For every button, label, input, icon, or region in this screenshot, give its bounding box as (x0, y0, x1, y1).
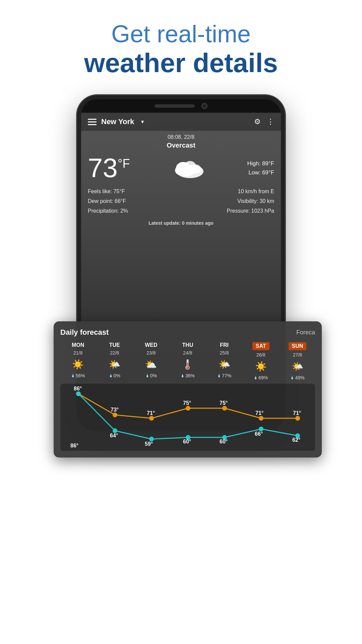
speaker (155, 104, 195, 108)
svg-point-12 (295, 416, 300, 421)
day-precip-wed: 🌢0% (145, 373, 157, 378)
page-header: Get real-time weather details (84, 20, 278, 78)
day-col-wed: WED 23/8 ⛅ 🌢0% (133, 342, 169, 380)
day-col-fri: FRI 25/8 🌤️ 🌢77% (207, 342, 242, 380)
day-name-thu: THU (182, 342, 193, 348)
temp-value: 73 (88, 153, 118, 183)
svg-text:66°: 66° (255, 431, 263, 437)
day-col-sat: SAT 26/8 ☀️ 🌢69% (243, 342, 279, 380)
svg-text:62°: 62° (292, 437, 300, 443)
day-col-mon: MON 21/8 ☀️ 🌢56% (60, 342, 96, 380)
day-date-wed: 23/8 (146, 350, 156, 356)
weather-row: 73°F High: 89°F Lo (88, 155, 274, 181)
day-icon-tue: 🌤️ (109, 358, 120, 371)
app-topbar: New York ▼ ⚙ ⋮ (81, 113, 281, 131)
day-icon-sun: 🌤️ (292, 360, 303, 373)
visibility: Visibility: 30 km (227, 197, 274, 206)
day-precip-sun: 🌢49% (290, 375, 304, 380)
svg-text:73°: 73° (111, 407, 119, 413)
day-name-sat: SAT (252, 342, 269, 350)
svg-text:60°: 60° (183, 439, 191, 444)
phone-notch (81, 99, 281, 113)
svg-text:60°: 60° (220, 439, 228, 444)
svg-text:86°: 86° (74, 386, 82, 391)
day-icon-fri: 🌤️ (219, 358, 230, 371)
header-line2: weather details (84, 48, 278, 78)
svg-point-7 (113, 413, 117, 417)
day-col-sun: SUN 27/8 🌤️ 🌢49% (280, 342, 315, 380)
svg-point-10 (222, 406, 227, 411)
dew-point: Dew point: 66°F (88, 197, 128, 206)
day-date-fri: 25/8 (220, 350, 229, 356)
svg-point-11 (259, 416, 263, 421)
svg-text:59°: 59° (145, 441, 153, 447)
day-icon-sat: ☀️ (255, 360, 267, 373)
day-name-mon: MON (72, 342, 84, 348)
wind: 10 km/h from E (227, 187, 274, 197)
svg-text:71°: 71° (147, 410, 155, 416)
day-date-sun: 27/8 (293, 352, 302, 358)
days-grid: MON 21/8 ☀️ 🌢56% TUE 22/8 🌤️ 🌢0% WED 23/… (60, 342, 315, 380)
svg-point-4 (189, 164, 201, 174)
menu-button[interactable] (88, 119, 97, 125)
day-name-wed: WED (145, 342, 157, 348)
day-name-sun: SUN (289, 342, 307, 350)
temperature-display: 73°F (88, 155, 130, 181)
settings-icon[interactable]: ⚙ (254, 117, 261, 126)
high-temp: High: 89°F (247, 159, 274, 168)
day-precip-sat: 🌢69% (254, 375, 268, 380)
svg-text:64°: 64° (110, 433, 118, 438)
city-name[interactable]: New York (101, 117, 134, 126)
svg-text:75°: 75° (220, 400, 228, 406)
details-right: 10 km/h from E Visibility: 30 km Pressur… (227, 187, 274, 216)
feels-like: Feels like: 75°F (88, 187, 128, 197)
svg-point-8 (149, 416, 154, 421)
low-temp: Low: 69°F (247, 168, 274, 177)
svg-point-21 (113, 428, 117, 433)
svg-text:86°: 86° (70, 443, 78, 448)
day-date-tue: 22/8 (110, 350, 119, 356)
dropdown-icon[interactable]: ▼ (140, 119, 145, 124)
pressure: Pressure: 1023 hPa (227, 206, 274, 216)
temp-unit: °F (118, 157, 130, 170)
day-icon-wed: ⛅ (145, 358, 157, 371)
svg-point-20 (76, 391, 81, 396)
more-icon[interactable]: ⋮ (267, 117, 274, 126)
svg-point-22 (149, 437, 154, 441)
forecast-brand: Foreca (296, 329, 315, 336)
day-date-thu: 24/8 (183, 350, 192, 356)
day-precip-tue: 🌢0% (109, 373, 120, 378)
day-precip-thu: 🌢36% (181, 373, 195, 378)
day-precip-fri: 🌢77% (217, 373, 231, 378)
day-icon-mon: ☀️ (72, 358, 84, 371)
svg-point-25 (259, 427, 263, 431)
svg-text:71°: 71° (293, 410, 301, 416)
svg-text:71°: 71° (255, 410, 263, 416)
svg-point-9 (186, 406, 190, 411)
svg-text:75°: 75° (183, 400, 191, 406)
day-date-sat: 26/8 (256, 352, 265, 358)
topbar-left: New York ▼ (88, 117, 145, 126)
high-low: High: 89°F Low: 69°F (247, 159, 274, 177)
latest-update: Latest update: 0 minutes ago (88, 220, 274, 226)
day-col-thu: THU 24/8 🌡️ 🌢36% (170, 342, 205, 380)
cloud-icon (168, 156, 208, 180)
day-date-mon: 21/8 (73, 350, 82, 356)
day-name-tue: TUE (109, 342, 120, 348)
precipitation: Precipitation: 2% (88, 206, 128, 216)
weather-details: Feels like: 75°F Dew point: 66°F Precipi… (88, 187, 274, 216)
day-col-tue: TUE 22/8 🌤️ 🌢0% (97, 342, 132, 380)
details-left: Feels like: 75°F Dew point: 66°F Precipi… (88, 187, 128, 216)
header-line1: Get real-time (84, 20, 278, 48)
forecast-card: Daily forecast Foreca MON 21/8 ☀️ 🌢56% T… (54, 321, 322, 458)
phone-container: New York ▼ ⚙ ⋮ 08:08, 22/8 Overcast 73°F (67, 95, 295, 447)
weather-condition: Overcast (88, 142, 274, 149)
forecast-header: Daily forecast Foreca (60, 328, 315, 337)
camera (201, 103, 207, 109)
temp-chart: 86° 73° 71° 75° 75° 71° 71° 86° 64° (60, 384, 315, 451)
weather-datetime: 08:08, 22/8 (88, 134, 274, 140)
forecast-title: Daily forecast (60, 328, 109, 337)
weather-main: 08:08, 22/8 Overcast 73°F (81, 131, 281, 231)
day-icon-thu: 🌡️ (182, 358, 193, 371)
topbar-right: ⚙ ⋮ (254, 117, 274, 126)
